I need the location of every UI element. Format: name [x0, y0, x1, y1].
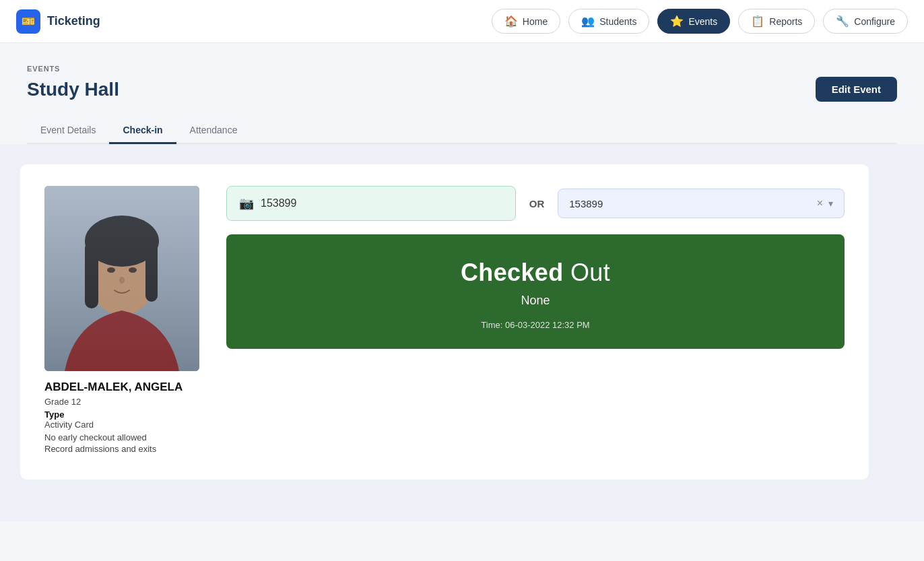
scan-input[interactable] — [261, 197, 503, 209]
status-subtitle: None — [521, 294, 550, 308]
camera-icon: 📷 — [239, 196, 254, 211]
nav-students-label: Students — [599, 16, 636, 27]
student-photo — [44, 186, 199, 371]
brand: 🎫 Ticketing — [16, 9, 100, 34]
navbar: 🎫 Ticketing 🏠 Home 👥 Students ⭐ Events 📋… — [0, 0, 924, 43]
card-area: ABDEL-MALEK, ANGELA Grade 12 Type Activi… — [0, 144, 924, 521]
nav-home[interactable]: 🏠 Home — [492, 9, 560, 34]
select-box[interactable]: 153899 × ▾ — [558, 189, 845, 218]
svg-point-5 — [85, 216, 159, 267]
student-grade: Grade 12 — [44, 397, 199, 407]
page-header: EVENTS Study Hall Edit Event Event Detai… — [0, 43, 924, 144]
select-controls: × ▾ — [817, 197, 833, 209]
nav-configure[interactable]: 🔧 Configure — [823, 9, 908, 34]
home-icon: 🏠 — [504, 15, 518, 28]
svg-rect-3 — [110, 290, 134, 317]
svg-point-8 — [107, 267, 115, 273]
nav-events[interactable]: ⭐ Events — [657, 9, 730, 34]
edit-event-button[interactable]: Edit Event — [816, 77, 897, 102]
nav-reports[interactable]: 📋 Reports — [738, 9, 815, 34]
svg-point-9 — [129, 267, 137, 273]
checkin-layout: ABDEL-MALEK, ANGELA Grade 12 Type Activi… — [44, 186, 845, 455]
right-section: 📷 OR 153899 × ▾ Checked Ou — [226, 186, 845, 349]
events-icon: ⭐ — [670, 15, 684, 28]
status-card: Checked Out None Time: 06-03-2022 12:32 … — [226, 234, 845, 349]
select-value: 153899 — [569, 198, 603, 209]
students-icon: 👥 — [581, 15, 595, 28]
student-photo-svg — [44, 186, 199, 371]
page-title-row: Study Hall Edit Event — [27, 77, 897, 102]
brand-name: Ticketing — [47, 14, 100, 28]
nav-reports-label: Reports — [769, 16, 802, 27]
input-row: 📷 OR 153899 × ▾ — [226, 186, 845, 221]
brand-icon: 🎫 — [16, 9, 40, 34]
configure-icon: 🔧 — [836, 15, 849, 28]
nav-events-label: Events — [688, 16, 717, 27]
student-type-value: Activity Card — [44, 420, 199, 430]
tab-event-details[interactable]: Event Details — [27, 118, 109, 144]
svg-rect-7 — [145, 241, 158, 302]
tab-check-in[interactable]: Check-in — [109, 118, 176, 144]
svg-rect-6 — [85, 241, 98, 308]
nav-configure-label: Configure — [854, 16, 895, 27]
status-time: Time: 06-03-2022 12:32 PM — [481, 320, 589, 330]
or-label: OR — [529, 198, 545, 209]
select-arrow-icon[interactable]: ▾ — [828, 198, 833, 209]
page-title: Study Hall — [27, 79, 119, 100]
student-section: ABDEL-MALEK, ANGELA Grade 12 Type Activi… — [44, 186, 199, 455]
tab-attendance[interactable]: Attendance — [176, 118, 251, 144]
svg-point-4 — [87, 232, 157, 315]
status-out: Out — [570, 259, 610, 286]
svg-rect-1 — [44, 186, 199, 371]
svg-point-10 — [119, 277, 125, 284]
svg-rect-0 — [44, 186, 199, 371]
breadcrumb: EVENTS — [27, 65, 897, 73]
svg-point-2 — [61, 348, 183, 371]
reports-icon: 📋 — [751, 15, 764, 28]
scan-box: 📷 — [226, 186, 516, 221]
status-time-value: 06-03-2022 12:32 PM — [505, 320, 590, 330]
main-card: ABDEL-MALEK, ANGELA Grade 12 Type Activi… — [20, 164, 869, 480]
student-type-label: Type — [44, 409, 199, 420]
nav-home-label: Home — [523, 16, 548, 27]
nav-students[interactable]: 👥 Students — [568, 9, 649, 34]
status-checked: Checked — [461, 259, 564, 286]
tabs: Event Details Check-in Attendance — [27, 118, 897, 144]
status-title: Checked Out — [461, 259, 610, 287]
student-note2: Record admissions and exits — [44, 444, 199, 454]
status-time-label: Time: — [481, 320, 502, 330]
student-name: ABDEL-MALEK, ANGELA — [44, 381, 199, 394]
select-clear-icon[interactable]: × — [817, 197, 823, 209]
student-note1: No early checkout allowed — [44, 432, 199, 442]
